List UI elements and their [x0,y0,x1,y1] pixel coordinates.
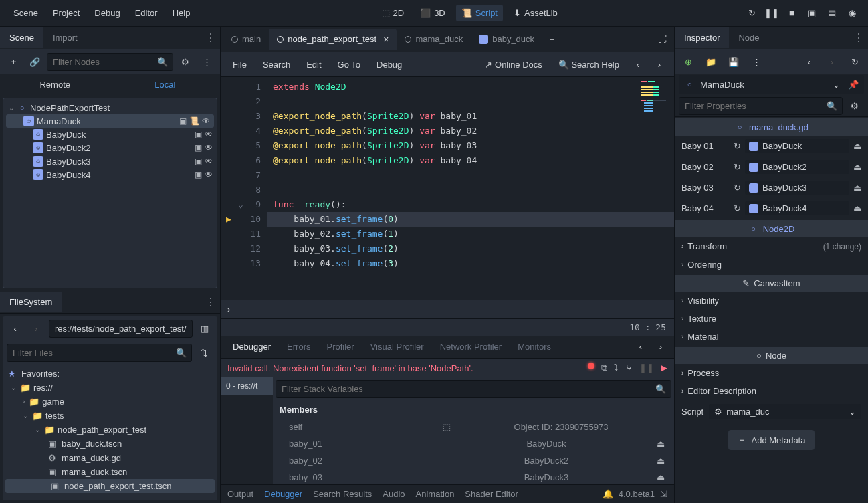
local-tab[interactable]: Local [110,77,221,92]
record-icon[interactable] [588,363,594,369]
add-metadata-button[interactable]: ＋Add Metadata [728,430,815,450]
scene-tab-options-icon[interactable]: ⋮ [205,31,216,44]
insp-more-icon[interactable]: ⋮ [747,52,766,71]
bottom-animation[interactable]: Animation [416,489,455,499]
assign-icon[interactable]: ⏏ [853,183,861,193]
reset-icon[interactable]: ↻ [734,183,741,193]
debug-next-icon[interactable]: › [651,338,670,357]
link-icon[interactable]: 🔗 [25,52,44,71]
member-row[interactable]: baby_01 BabyDuck ⏏ [273,435,674,452]
pause-debug-icon[interactable]: ❚❚ [639,363,654,373]
scene-icon[interactable]: ▣ [195,143,202,153]
section-node2d[interactable]: ○Node2D [675,220,868,237]
bottom-debugger[interactable]: Debugger [264,489,302,499]
debug-tab-profiler[interactable]: Profiler [319,336,362,358]
assign-icon[interactable]: ⏏ [657,439,665,449]
pause-icon[interactable]: ❚❚ [762,4,781,23]
debug-tab-nprofiler[interactable]: Network Profiler [432,336,510,358]
group-process[interactable]: ›Process [675,364,868,382]
history-icon[interactable]: ↻ [845,52,864,71]
mode-3d[interactable]: ⬛ 3D [415,5,451,21]
fs-path[interactable]: res://tests/node_path_export_test/ [49,320,193,338]
step-in-icon[interactable]: ⤷ [625,363,633,373]
menu-scene[interactable]: Scene [7,4,45,22]
online-docs-link[interactable]: ↗ Online Docs [478,56,548,73]
scene-more-icon[interactable]: ⋮ [197,52,216,71]
layout-icon[interactable]: ⇲ [660,489,667,499]
group-ordering[interactable]: ›Ordering [675,256,868,274]
debug-tab-errors[interactable]: Errors [279,336,318,358]
member-row[interactable]: baby_03 BabyDuck3 ⏏ [273,469,674,486]
goto-menu[interactable]: Go To [331,56,367,73]
bell-icon[interactable]: 🔔 [603,489,613,499]
search-menu[interactable]: Search [256,56,297,73]
tree-node[interactable]: ☺ BabyDuck2 ▣👁 [3,141,217,155]
filter-settings-icon[interactable]: ⚙ [845,96,864,115]
group-transform[interactable]: ›Transform(1 change) [675,237,868,256]
script-fwd-icon[interactable]: › [650,55,669,74]
visibility-icon[interactable]: 👁 [202,116,210,126]
scene-tool-icon[interactable]: ⚙ [176,52,195,71]
filter-properties-input[interactable] [679,97,843,115]
fs-dir-tests[interactable]: ⌄📁tests [3,409,217,423]
member-row[interactable]: baby_02 BabyDuck2 ⏏ [273,452,674,469]
close-icon[interactable]: × [383,34,389,45]
scene-icon[interactable]: ▣ [195,157,202,166]
fs-file[interactable]: ⚙ mama_duck.gd [3,451,217,465]
group-visibility[interactable]: ›Visibility [675,292,868,310]
stack-frame-0[interactable]: 0 - res://t [221,377,273,395]
mode-2d[interactable]: ⬚ 2D [376,5,410,21]
load-resource-icon[interactable]: 📁 [701,52,720,71]
prop-value[interactable]: BabyDuck4 [745,201,849,215]
reset-icon[interactable]: ↻ [734,203,741,213]
prop-value[interactable]: BabyDuck2 [745,160,849,174]
script-tab-baby[interactable]: baby_duck [471,29,542,49]
assign-icon[interactable]: ⏏ [657,456,665,466]
filter-files-input[interactable] [7,344,192,362]
reset-icon[interactable]: ↻ [734,141,741,151]
file-menu[interactable]: File [226,56,253,73]
assign-icon[interactable]: ⏏ [853,141,861,151]
render-icon[interactable]: ◉ [843,4,861,23]
pin-icon[interactable]: 📌 [848,80,859,90]
tab-node[interactable]: Node [729,27,768,48]
section-node[interactable]: ○ Node [675,347,868,364]
section-canvasitem[interactable]: ✎ CanvasItem [675,275,868,292]
menu-editor[interactable]: Editor [128,4,165,22]
continue-icon[interactable]: ▶ [661,363,667,373]
fs-sort-icon[interactable]: ⇅ [195,343,213,362]
minimap[interactable] [641,81,667,113]
menu-help[interactable]: Help [166,4,197,22]
group-material[interactable]: ›Material [675,328,868,346]
group-texture[interactable]: ›Texture [675,310,868,328]
member-row[interactable]: self ⬚ Object ID: 23890755973 [273,419,674,435]
copy-icon[interactable]: ⧉ [601,363,607,373]
assign-icon[interactable]: ⏏ [657,472,665,482]
script-back-icon[interactable]: ‹ [629,55,647,74]
tree-node[interactable]: ☺ BabyDuck ▣👁 [3,128,217,141]
visibility-icon[interactable]: 👁 [205,130,213,139]
filter-stack-input[interactable] [276,380,671,398]
group-editor-desc[interactable]: ›Editor Description [675,382,868,400]
prop-value[interactable]: BabyDuck [745,139,849,153]
fs-favorites[interactable]: ★Favorites: [3,367,217,381]
debug-tab-vprofiler[interactable]: Visual Profiler [362,336,432,358]
mode-assetlib[interactable]: ⬇ AssetLib [508,5,563,21]
fs-root[interactable]: ⌄📁res:// [3,381,217,395]
scene-icon[interactable]: ▣ [179,116,187,126]
tree-root[interactable]: ⌄ ○ NodePathExportTest [3,101,217,114]
visibility-icon[interactable]: 👁 [205,143,213,153]
bottom-audio[interactable]: Audio [383,489,405,499]
debug-menu[interactable]: Debug [370,56,409,73]
assign-icon[interactable]: ⏏ [853,162,861,172]
bottom-output[interactable]: Output [227,489,253,499]
filter-nodes-input[interactable] [47,53,173,71]
step-over-icon[interactable]: ⤵ [614,363,619,373]
code-editor[interactable]: 12345678⌄9▶10111213 extends Node2D@expor… [221,77,674,300]
visibility-icon[interactable]: 👁 [205,170,213,179]
fs-file[interactable]: ▣ baby_duck.tscn [3,437,217,451]
add-node-icon[interactable]: ＋ [4,52,23,71]
tree-node[interactable]: ☺ BabyDuck4 ▣👁 [3,168,217,181]
fs-split-icon[interactable]: ▥ [197,319,213,338]
bottom-search[interactable]: Search Results [313,489,372,499]
